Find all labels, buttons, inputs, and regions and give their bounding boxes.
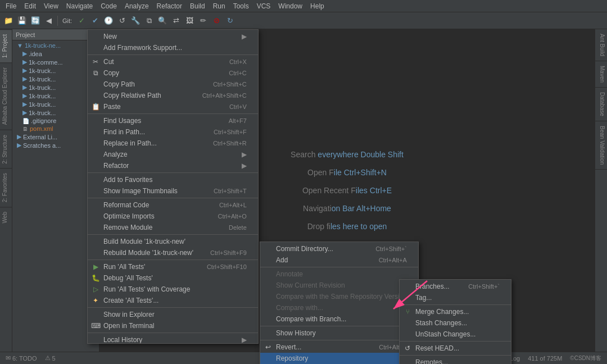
ctx-sep [88,54,258,55]
menu-edit[interactable]: Edit [21,1,39,11]
ctx-reformat[interactable]: Reformat Code Ctrl+Alt+L [88,199,258,211]
ctx-show-thumbnails[interactable]: Show Image Thumbnails Ctrl+Shift+T [88,185,258,197]
ctx-rebuild-module[interactable]: Rebuild Module '1k-truck-new' Ctrl+Shift… [88,247,258,258]
tree-item-root[interactable]: ▼ 1k-truck-ne... [12,42,99,49]
git-annotate[interactable]: Annotate [260,269,418,280]
ctx-copy-relative-path[interactable]: Copy Relative Path Ctrl+Alt+Shift+C [88,90,258,101]
git-repository[interactable]: Repository ▶ [260,353,418,364]
git-copy-icon[interactable]: ⧉ [143,15,155,27]
tab-alibaba[interactable]: Alibaba Cloud Explorer [0,62,12,129]
menu-view[interactable]: View [40,1,62,11]
ctx-run-coverage[interactable]: ▷ Run 'All Tests' with Coverage [88,284,258,295]
menu-file[interactable]: File [2,1,20,11]
menu-refactor[interactable]: Refactor [153,1,185,11]
ctx-optimize-imports[interactable]: Optimize Imports Ctrl+Alt+O [88,211,258,222]
ctx-paste[interactable]: 📋 Paste Ctrl+V [88,101,258,112]
open-folder-button[interactable]: 📁 [2,15,15,27]
ctx-show-explorer[interactable]: Show in Explorer [88,309,258,320]
git-no-icon[interactable]: ⊘ [210,15,223,27]
git-image-icon[interactable]: 🖼 [183,15,196,27]
git-cycle-icon[interactable]: ↻ [224,15,236,27]
ctx-remove-module[interactable]: Remove Module Delete [88,222,258,233]
git-revert[interactable]: ↩ Revert... Ctrl+Alt+Z [260,342,418,353]
menu-code[interactable]: Code [97,1,120,11]
git-show-history[interactable]: Show History [260,327,418,339]
ctx-copy[interactable]: ⧉ Copy Ctrl+C [88,67,258,79]
tree-item-pom[interactable]: 🗎 pom.xml [12,125,99,133]
repo-merge[interactable]: ⑂ Merge Changes... [400,306,511,317]
ctx-debug-tests[interactable]: 🐛 Debug 'All Tests' [88,272,258,284]
repo-remotes[interactable]: Remotes... [400,357,511,364]
ctx-local-history[interactable]: Local History ▶ [88,334,258,344]
folder-icon: ▶ [22,75,27,83]
tree-item-external[interactable]: ▶ External Li... [12,133,99,141]
back-button[interactable]: ◀ [43,15,55,27]
tree-item-truck6[interactable]: ▶ 1k-truck... [12,108,99,117]
menu-tools[interactable]: Tools [230,1,252,11]
tree-item-comme[interactable]: ▶ 1k-comme... [12,58,99,66]
ctx-refactor[interactable]: Refactor ▶ [88,160,258,171]
ctx-analyze[interactable]: Analyze ▶ [88,149,258,160]
repo-reset-head[interactable]: ↺ Reset HEAD... [400,343,511,354]
refresh-button[interactable]: 🔄 [29,15,42,27]
tab-project[interactable]: 1: Project [0,29,12,62]
status-memory[interactable]: 411 of 725M [526,355,564,362]
git-show-revision[interactable]: Show Current Revision [260,280,418,291]
menu-help[interactable]: Help [307,1,328,11]
tab-ant-build[interactable]: Ant Build [595,29,607,61]
git-add[interactable]: Add Ctrl+Alt+A [260,254,418,266]
tree-item-truck2[interactable]: ▶ 1k-truck... [12,75,99,83]
tree-item-truck3[interactable]: ▶ 1k-truck... [12,83,99,92]
ctx-copy-path[interactable]: Copy Path Ctrl+Shift+C [88,79,258,90]
git-clock-icon[interactable]: 🕐 [102,15,115,27]
ctx-add-favorites[interactable]: Add to Favorites [88,174,258,185]
git-commit-dir[interactable]: Commit Directory... Ctrl+Shift+` [260,243,418,254]
status-problems[interactable]: ⚠ 5 [43,354,58,362]
ctx-add-framework[interactable]: Add Framework Support... [88,42,258,53]
status-todo[interactable]: ✉ 6: TODO [3,354,39,362]
tab-maven[interactable]: Maven [595,61,607,88]
git-compare-with[interactable]: Compare with... [260,302,418,313]
git-move-icon[interactable]: ⇄ [170,15,182,27]
tree-item-idea[interactable]: ▶ .idea [12,49,99,58]
ctx-find-in-path[interactable]: Find in Path... Ctrl+Shift+F [88,126,258,138]
tree-item-truck5[interactable]: ▶ 1k-truck... [12,100,99,108]
ctx-cut[interactable]: ✂ Cut Ctrl+X [88,56,258,67]
ctx-find-usages[interactable]: Find Usages Alt+F7 [88,115,258,126]
tree-item-scratches[interactable]: ▶ Scratches a... [12,141,99,149]
git-checkmark-icon[interactable]: ✓ [75,15,88,27]
repo-branches[interactable]: Branches... Ctrl+Shift+` [400,281,511,292]
tree-item-gitignore[interactable]: 📄 .gitignore [12,117,99,125]
git-undo-icon[interactable]: ↺ [116,15,128,27]
git-check-icon[interactable]: ✔ [89,15,101,27]
repo-stash[interactable]: Stash Changes... [400,317,511,329]
context-menu: New ▶ Add Framework Support... ✂ Cut Ctr… [87,29,259,344]
tab-web[interactable]: Web [0,207,12,228]
ctx-replace-in-path[interactable]: Replace in Path... Ctrl+Shift+R [88,138,258,149]
menu-analyze[interactable]: Analyze [121,1,152,11]
ctx-build-module[interactable]: Build Module '1k-truck-new' [88,236,258,247]
git-compare-branch[interactable]: Compare with Branch... [260,313,418,325]
repo-tag[interactable]: Tag... [400,292,511,303]
git-search-icon[interactable]: 🔍 [156,15,169,27]
tab-favorites[interactable]: 2: Favorites [0,168,12,207]
ctx-create-tests[interactable]: ✦ Create 'All Tests'... [88,295,258,306]
git-wrench-icon[interactable]: 🔧 [129,15,142,27]
tree-item-truck1[interactable]: ▶ 1k-truck... [12,66,99,75]
repo-unstash[interactable]: UnStash Changes... [400,329,511,340]
git-edit-icon[interactable]: ✏ [197,15,209,27]
menu-window[interactable]: Window [275,1,306,11]
ctx-run-tests[interactable]: ▶ Run 'All Tests' Ctrl+Shift+F10 [88,261,258,272]
ctx-new[interactable]: New ▶ [88,31,258,42]
ctx-open-terminal[interactable]: ⌨ Open in Terminal [88,320,258,331]
tab-bean-validation[interactable]: Bean Validation [595,121,607,170]
menu-vcs[interactable]: VCS [253,1,274,11]
tab-database[interactable]: Database [595,88,607,121]
git-compare-same-repo[interactable]: Compare with the Same Repository Version [260,291,418,302]
menu-run[interactable]: Run [210,1,229,11]
save-button[interactable]: 💾 [16,15,28,27]
menu-navigate[interactable]: Navigate [63,1,96,11]
tab-structure[interactable]: 2: Structure [0,130,12,169]
menu-build[interactable]: Build [187,1,209,11]
tree-item-truck4[interactable]: ▶ 1k-truck... [12,92,99,100]
